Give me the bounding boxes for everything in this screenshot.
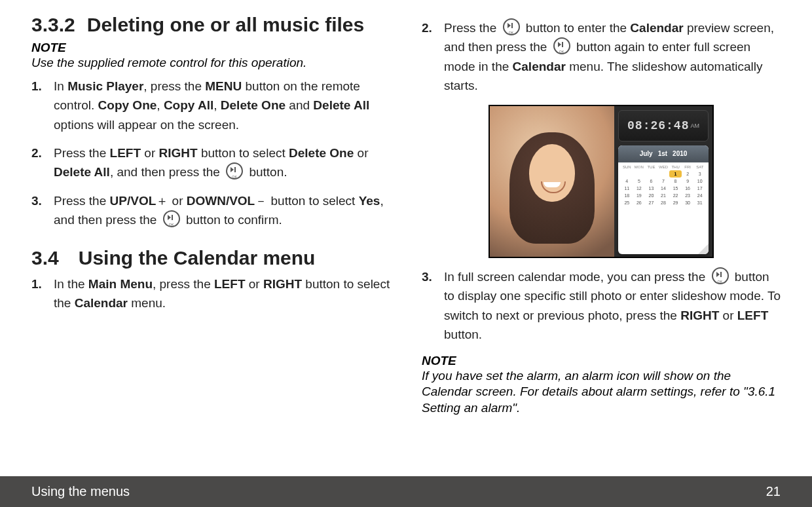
- note-label: NOTE: [422, 354, 781, 368]
- step-332-3: 3. Press the UP/VOL＋ or DOWN/VOL－ button…: [31, 191, 390, 230]
- step-34-3: 3. In full screen calendar mode, you can…: [422, 267, 781, 345]
- heading-3-4: 3.4Using the Calendar menu: [31, 247, 390, 269]
- heading-3-3-2: 3.3.2Deleting one or all music files: [31, 13, 390, 37]
- play-ok-icon: OK: [503, 18, 520, 35]
- page-footer: Using the menus 21: [0, 476, 812, 507]
- note-text: If you have set the alarm, an alarm icon…: [422, 368, 781, 417]
- calendar-screenshot: 08:26:48AM July 1st 2010 SUNMONTUEWEDTHU…: [489, 105, 714, 258]
- play-ok-icon: OK: [163, 210, 180, 227]
- page-number: 21: [766, 484, 781, 499]
- play-ok-icon: OK: [226, 162, 243, 179]
- calendar-card: July 1st 2010 SUNMONTUEWEDTHUFRISAT 1234…: [618, 145, 709, 254]
- clock-display: 08:26:48AM: [618, 110, 709, 141]
- play-ok-icon: OK: [712, 267, 729, 284]
- step-332-2: 2. Press the LEFT or RIGHT button to sel…: [31, 143, 390, 182]
- right-column: 2. Press the OK button to enter the Cale…: [422, 13, 781, 459]
- step-34-1: 1. In the Main Menu, press the LEFT or R…: [31, 274, 390, 313]
- note-label: NOTE: [31, 41, 390, 55]
- note-text: Use the supplied remote control for this…: [31, 55, 390, 71]
- step-332-1: 1. In Music Player, press the MENU butto…: [31, 77, 390, 134]
- footer-section: Using the menus: [31, 484, 130, 499]
- play-ok-icon: OK: [553, 37, 570, 54]
- document-page: 3.3.2Deleting one or all music files NOT…: [0, 0, 812, 507]
- left-column: 3.3.2Deleting one or all music files NOT…: [31, 13, 390, 459]
- step-34-2: 2. Press the OK button to enter the Cale…: [422, 18, 781, 96]
